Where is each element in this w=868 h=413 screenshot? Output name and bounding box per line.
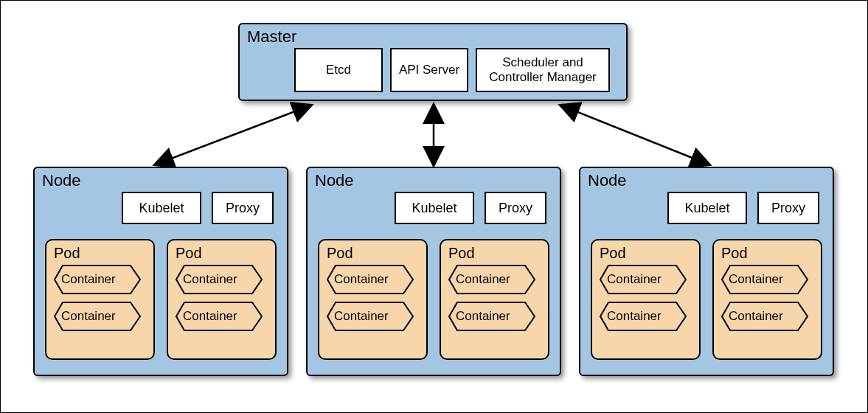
container-box: Container bbox=[600, 302, 687, 331]
container-box: Container bbox=[327, 302, 414, 331]
container-box: Container bbox=[448, 265, 535, 294]
pod-title: Pod bbox=[600, 245, 692, 262]
pod-box: Pod Container Container bbox=[45, 239, 155, 360]
component-etcd: Etcd bbox=[294, 48, 383, 92]
component-kubelet: Kubelet bbox=[395, 192, 474, 224]
container-box: Container bbox=[721, 302, 808, 331]
container-box: Container bbox=[600, 265, 687, 294]
pod-title: Pod bbox=[54, 245, 146, 262]
master-title: Master bbox=[247, 27, 296, 46]
component-kubelet: Kubelet bbox=[667, 192, 747, 224]
node-title: Node bbox=[588, 171, 627, 190]
arrow-master-node3 bbox=[546, 98, 738, 172]
arrow-master-node1 bbox=[133, 98, 325, 172]
container-box: Container bbox=[176, 302, 263, 331]
svg-line-0 bbox=[156, 105, 310, 164]
pod-box: Pod Container Container bbox=[318, 239, 428, 360]
component-api-server: API Server bbox=[390, 48, 468, 92]
node-title: Node bbox=[42, 171, 81, 190]
node-box: Node Kubelet Proxy Pod Container Contain… bbox=[306, 167, 561, 376]
component-proxy: Proxy bbox=[212, 192, 274, 224]
container-box: Container bbox=[327, 265, 414, 294]
container-box: Container bbox=[721, 265, 808, 294]
pod-title: Pod bbox=[176, 245, 268, 262]
pod-box: Pod Container Container bbox=[712, 239, 822, 360]
pod-box: Pod Container Container bbox=[167, 239, 277, 360]
component-proxy: Proxy bbox=[485, 192, 546, 224]
container-box: Container bbox=[54, 265, 141, 294]
pod-title: Pod bbox=[327, 245, 419, 262]
pod-box: Pod Container Container bbox=[591, 239, 701, 360]
node-title: Node bbox=[315, 171, 354, 190]
pod-title: Pod bbox=[721, 245, 813, 262]
component-proxy: Proxy bbox=[757, 192, 819, 224]
container-box: Container bbox=[176, 265, 263, 294]
container-box: Container bbox=[54, 302, 141, 331]
master-box: Master Etcd API Server Scheduler and Con… bbox=[238, 23, 628, 101]
arrow-master-node2 bbox=[406, 98, 465, 172]
pod-title: Pod bbox=[448, 245, 541, 262]
pod-box: Pod Container Container bbox=[440, 239, 549, 360]
node-box: Node Kubelet Proxy Pod Container Contain… bbox=[33, 167, 288, 376]
component-scheduler-controller: Scheduler and Controller Manager bbox=[476, 48, 610, 92]
component-kubelet: Kubelet bbox=[122, 192, 201, 224]
svg-line-2 bbox=[561, 105, 709, 164]
node-box: Node Kubelet Proxy Pod Container Contain… bbox=[579, 167, 834, 376]
architecture-diagram: Master Etcd API Server Scheduler and Con… bbox=[23, 15, 845, 398]
container-box: Container bbox=[448, 302, 535, 331]
